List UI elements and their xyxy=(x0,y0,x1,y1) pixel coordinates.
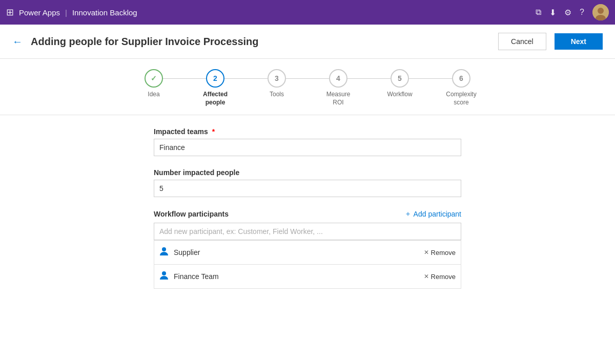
step-roi-label: MeasureROI xyxy=(326,91,351,106)
impacted-teams-field: Impacted teams * xyxy=(154,127,461,156)
page-title: Adding people for Supplier Invoice Proce… xyxy=(31,36,490,48)
form-area: Impacted teams * Number impacted people … xyxy=(0,115,615,313)
step-affected-label: Affectedpeople xyxy=(203,91,228,106)
remove-label: Remove xyxy=(431,273,456,281)
screen-icon[interactable]: ⧉ xyxy=(536,8,541,17)
participant-name: Supplier xyxy=(174,248,419,256)
number-impacted-field: Number impacted people xyxy=(154,168,461,197)
app-name: Power Apps xyxy=(19,8,60,17)
step-idea: ✓ Idea xyxy=(123,69,184,99)
plus-icon: ＋ xyxy=(404,209,412,219)
step-complexity-label: Complexityscore xyxy=(446,91,476,106)
add-participant-button[interactable]: ＋ Add participant xyxy=(404,209,461,219)
svg-point-1 xyxy=(598,8,604,14)
step-tools-label: Tools xyxy=(270,91,284,99)
stepper: ✓ Idea 2 Affectedpeople 3 Tools 4 Measur… xyxy=(0,59,615,115)
required-star: * xyxy=(210,127,215,136)
step-idea-circle: ✓ xyxy=(145,69,163,88)
list-item: Supplier ✕ Remove xyxy=(154,240,461,264)
download-icon[interactable]: ⬇ xyxy=(549,8,556,17)
main-content: ← Adding people for Supplier Invoice Pro… xyxy=(0,25,615,364)
step-idea-label: Idea xyxy=(148,91,159,99)
section-name: Innovation Backlog xyxy=(72,8,137,17)
step-measure-roi: 4 MeasureROI xyxy=(308,69,369,106)
next-button[interactable]: Next xyxy=(555,33,603,50)
step-workflow-label: Workflow xyxy=(387,91,412,99)
list-item: Finance Team ✕ Remove xyxy=(154,264,461,288)
number-impacted-input[interactable] xyxy=(154,180,461,197)
remove-supplier-button[interactable]: ✕ Remove xyxy=(424,249,456,256)
avatar[interactable] xyxy=(592,4,609,20)
impacted-teams-input[interactable] xyxy=(154,139,461,156)
step-complexity: 6 Complexityscore xyxy=(430,69,492,106)
remove-x-icon: ✕ xyxy=(424,273,429,280)
grid-icon[interactable]: ⊞ xyxy=(6,7,14,18)
participant-input[interactable] xyxy=(154,223,461,240)
step-complexity-circle: 6 xyxy=(452,69,470,88)
cancel-button[interactable]: Cancel xyxy=(498,33,546,50)
add-participant-label: Add participant xyxy=(414,210,461,218)
participants-header: Workflow participants ＋ Add participant xyxy=(154,209,461,219)
step-affected-circle: 2 xyxy=(206,69,224,88)
topbar: ⊞ Power Apps | Innovation Backlog ⧉ ⬇ ⚙ … xyxy=(0,0,615,25)
back-button[interactable]: ← xyxy=(12,36,23,48)
svg-point-3 xyxy=(162,247,166,251)
remove-label: Remove xyxy=(431,249,456,256)
back-arrow-icon: ← xyxy=(12,36,23,48)
step-workflow: 5 Workflow xyxy=(369,69,430,99)
topbar-separator: | xyxy=(65,8,67,17)
step-affected-people: 2 Affectedpeople xyxy=(184,69,246,106)
header-row: ← Adding people for Supplier Invoice Pro… xyxy=(0,25,615,59)
step-workflow-circle: 5 xyxy=(391,69,409,88)
step-tools-circle: 3 xyxy=(268,69,286,88)
participants-label: Workflow participants xyxy=(154,210,229,218)
participant-list: Supplier ✕ Remove Finance Team xyxy=(154,240,461,289)
impacted-teams-label: Impacted teams * xyxy=(154,127,461,136)
step-roi-circle: 4 xyxy=(329,69,347,88)
help-icon[interactable]: ? xyxy=(580,8,584,17)
settings-icon[interactable]: ⚙ xyxy=(564,8,571,17)
workflow-participants-field: Workflow participants ＋ Add participant xyxy=(154,209,461,289)
topbar-right: ⧉ ⬇ ⚙ ? xyxy=(536,4,609,20)
svg-point-4 xyxy=(162,271,166,275)
remove-x-icon: ✕ xyxy=(424,249,429,256)
step-tools: 3 Tools xyxy=(246,69,308,99)
number-impacted-label: Number impacted people xyxy=(154,168,461,177)
participant-name: Finance Team xyxy=(174,272,419,281)
remove-finance-team-button[interactable]: ✕ Remove xyxy=(424,273,456,281)
person-icon xyxy=(159,271,169,282)
person-icon xyxy=(159,247,169,258)
